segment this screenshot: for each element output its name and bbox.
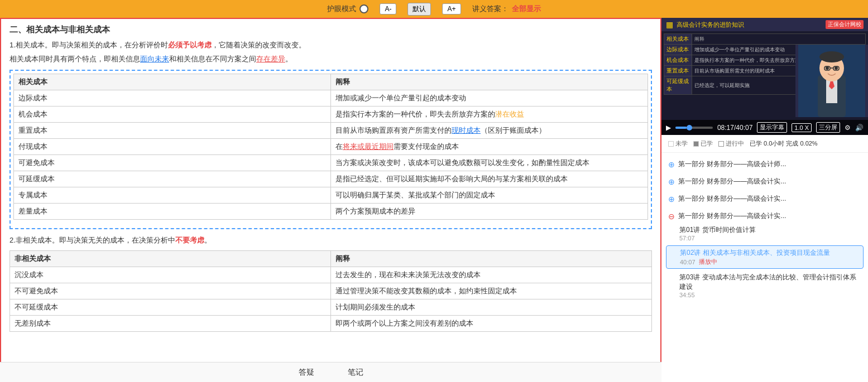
answer-show-value[interactable]: 全部显示 (512, 4, 541, 14)
nr-cost-name-3: 不可延缓成本 (10, 299, 331, 316)
cost-desc-3: 目前从市场购置原有资产所需支付的现时成本（区别于账面成本） (331, 122, 648, 138)
eyecare-label: 护眼模式 (327, 4, 356, 14)
lecture-item-03[interactable]: 第03讲 变动成本法与完全成本法的比较、管理会计指引体系建设 34:55 (666, 270, 864, 301)
svg-point-7 (835, 66, 838, 70)
learned-dot (693, 141, 699, 147)
cost-name-2: 机会成本 (14, 106, 331, 122)
brand-logo: 正保会计网校 (826, 20, 864, 29)
video-header: ▦ 高级会计实务的进阶知识 正保会计网校 (661, 18, 868, 31)
progress-completed: 已学 0.0小时 完成 0.02% (750, 139, 818, 148)
time-display: 08:17/40:07 (717, 124, 752, 132)
lecture-duration-01: 57:07 (679, 235, 695, 241)
table-row: 重置成本 目前从市场购置原有资产所需支付的现时成本（区别于账面成本） (14, 122, 648, 138)
cost-desc-1: 增加或减少一个单位产量引起的成本变动 (331, 90, 648, 106)
table-row: 专属成本 可以明确归属于某类、某批或某个部门的固定成本 (14, 187, 648, 203)
cost-name-6: 可延缓成本 (14, 171, 331, 187)
expand-icon-3: ⊕ (668, 195, 675, 204)
lecture-title-03: 第03讲 变动成本法与完全成本法的比较、管理会计指引体系建设 (679, 273, 859, 292)
eyecare-mode[interactable]: 护眼模式 (327, 4, 368, 14)
lecture-title-01: 第01讲 货币时间价值计算 (679, 225, 859, 235)
top-bar: 护眼模式 A- 默认 A+ 讲义答案： 全部显示 (0, 0, 868, 18)
related-costs-table: 相关成本 阐释 边际成本 增加或减少一个单位产量引起的成本变动 机会成本 是指实… (13, 74, 648, 220)
cost-desc-5: 当方案或决策改变时，该成本可以避免或数额可以发生变化，如酌量性固定成本 (331, 154, 648, 171)
volume-icon[interactable]: 🔊 (855, 124, 864, 132)
in-progress-label: 进行中 (726, 139, 744, 148)
progress-dot (687, 125, 692, 130)
course-section-header-2[interactable]: ⊕ 第一部分 财务部分——高级会计实... (666, 175, 864, 188)
speed-button[interactable]: 1.0 X (792, 123, 812, 132)
para1-cont: ，它随着决策的改变而改变。 (212, 41, 306, 49)
lecture-meta-01: 57:07 (679, 235, 859, 241)
play-button[interactable]: ▶ (666, 124, 671, 132)
lecture-item-02[interactable]: 第02讲 相关成本与非相关成本、投资项目现金流量 40:07 播放中 (666, 245, 864, 269)
font-default-button[interactable]: 默认 (407, 3, 431, 16)
non-related-costs-table: 非相关成本 阐释 沉没成本 过去发生的，现在和未来决策无法改变的成本 不可避免成… (9, 250, 652, 332)
para1-text: 1.相关成本。即与决策相关的成本，在分析评价时 (9, 41, 168, 49)
layout-button[interactable]: 三分屏 (816, 122, 840, 133)
para1: 1.相关成本。即与决策相关的成本，在分析评价时必须予以考虑，它随着决策的改变而改… (9, 40, 652, 51)
cost-desc-8: 两个方案预期成本的差异 (331, 203, 648, 219)
cost-desc-4: 在将来或最近期间需要支付现金的成本 (331, 138, 648, 154)
cost-name-7: 专属成本 (14, 187, 331, 203)
main-layout: 💬 提问 📋 笔记 二、相关成本与非相关成本 1.相关成本。即与决策相关的成本，… (0, 18, 868, 382)
table-row: 沉没成本 过去发生的，现在和未来决策无法改变的成本 (10, 267, 652, 283)
cost-name-8: 差量成本 (14, 203, 331, 219)
section-title-3: 第一部分 财务部分——高级会计实... (678, 194, 786, 204)
font-increase-button[interactable]: A+ (442, 3, 461, 14)
instructor-video (795, 45, 868, 117)
table-row: 可避免成本 当方案或决策改变时，该成本可以避免或数额可以发生变化，如酌量性固定成… (14, 154, 648, 171)
qa-tab[interactable]: 答疑 (299, 368, 314, 378)
notes-tab[interactable]: 笔记 (348, 368, 363, 378)
content-area: 二、相关成本与非相关成本 1.相关成本。即与决策相关的成本，在分析评价时必须予以… (0, 18, 661, 382)
table-row: 付现成本 在将来或最近期间需要支付现金的成本 (14, 138, 648, 154)
para2-blue: 面向未来 (140, 55, 169, 63)
course-section-1: ⊕ 第一部分 财务部分——高级会计师... (666, 157, 864, 171)
table-col-header-1: 相关成本 (14, 74, 331, 90)
nr-cost-name-1: 沉没成本 (10, 267, 331, 283)
section2: 2.非相关成本。即与决策无关的成本，在决策分析中不要考虑。 非相关成本 阐释 沉… (9, 235, 652, 332)
settings-icon[interactable]: ⚙ (845, 124, 851, 132)
section-title-4: 第一部分 财务部分——高级会计实... (678, 211, 786, 221)
nr-cost-name-4: 无差别成本 (10, 316, 331, 332)
nr-col-header-2: 阐释 (331, 251, 652, 267)
lecture-meta-02: 40:07 播放中 (680, 258, 859, 266)
learned-status: 已学 (693, 139, 713, 148)
font-decrease-button[interactable]: A- (380, 3, 396, 14)
instructor-figure (798, 45, 865, 117)
para2-red: 存在差异 (256, 55, 285, 63)
para2: 相关成本同时具有两个特点，即相关信息面向未来和相关信息在不同方案之间存在差异。 (9, 54, 652, 65)
bottom-tab-bar: 答疑 笔记 (0, 362, 661, 382)
course-list: ⊕ 第一部分 财务部分——高级会计师... ⊕ 第一部分 财务部分——高级会计实… (661, 153, 868, 382)
section-title: 二、相关成本与非相关成本 (9, 25, 652, 35)
course-section-4: ⊖ 第一部分 财务部分——高级会计实... 第01讲 货币时间价值计算 57:0… (666, 209, 864, 301)
video-area: ▦ 高级会计实务的进阶知识 正保会计网校 相关成本阐释 边际成本增加或减少一个单… (661, 18, 868, 135)
not-learned-dot (668, 141, 674, 147)
cost-name-3: 重置成本 (14, 122, 331, 138)
subtitle-button[interactable]: 显示字幕 (757, 122, 787, 133)
lecture-item-01[interactable]: 第01讲 货币时间价值计算 57:07 (666, 223, 864, 244)
cost-desc-7: 可以明确归属于某类、某批或某个部门的固定成本 (331, 187, 648, 203)
progress-bar[interactable] (675, 127, 713, 129)
course-section-header-3[interactable]: ⊕ 第一部分 财务部分——高级会计实... (666, 192, 864, 206)
not-learned-label: 未学 (675, 139, 688, 148)
course-section-header-1[interactable]: ⊕ 第一部分 财务部分——高级会计师... (666, 157, 864, 171)
in-progress-dot (718, 141, 724, 147)
video-controls: ▶ 08:17/40:07 显示字幕 1.0 X 三分屏 ⚙ 🔊 (661, 120, 868, 135)
lecture-answer: 讲义答案： 全部显示 (472, 4, 541, 14)
lecture-duration-02: 40:07 (680, 259, 696, 265)
in-progress-status: 进行中 (718, 139, 744, 148)
video-content: 相关成本阐释 边际成本增加或减少一个单位产量引起的成本变动 机会成本是指执行本方… (661, 31, 868, 115)
nr-cost-name-2: 不可避免成本 (10, 283, 331, 299)
section2-desc: 2.非相关成本。即与决策无关的成本，在决策分析中不要考虑。 (9, 235, 652, 246)
table-header-row: 非相关成本 阐释 (10, 251, 652, 267)
table-row: 不可避免成本 通过管理决策不能改变其数额的成本，如约束性固定成本 (10, 283, 652, 299)
nr-col-header-1: 非相关成本 (10, 251, 331, 267)
section-title-2: 第一部分 财务部分——高级会计实... (678, 177, 786, 186)
section-title-1: 第一部分 财务部分——高级会计师... (678, 159, 786, 169)
table-row: 可延缓成本 是指已经选定、但可以延期实施却不会影响大局的与某方案相关联的成本 (14, 171, 648, 187)
section2-end: 。 (204, 236, 212, 244)
course-section-header-4[interactable]: ⊖ 第一部分 财务部分——高级会计实... (666, 209, 864, 223)
eyecare-toggle[interactable] (359, 4, 368, 13)
section2-text: 2.非相关成本。即与决策无关的成本，在决策分析中 (9, 236, 175, 244)
not-learned-status: 未学 (668, 139, 688, 148)
